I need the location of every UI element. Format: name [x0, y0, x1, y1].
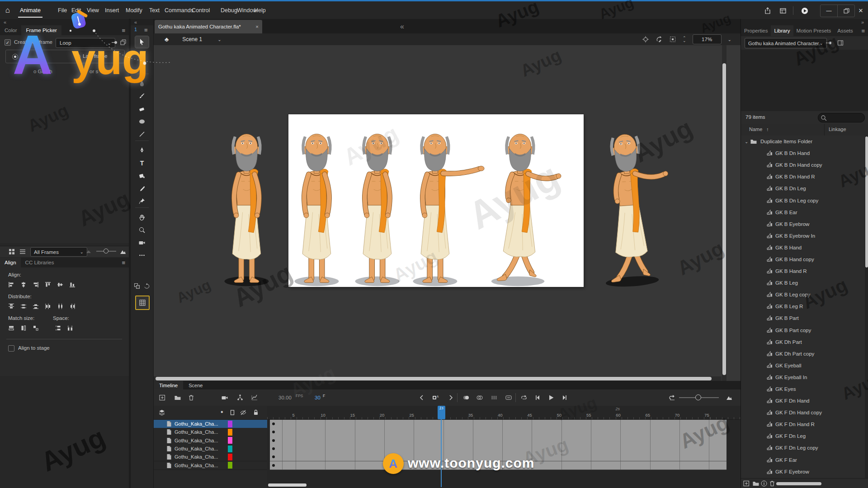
library-item[interactable]: GK B Dn Hand: [741, 147, 865, 159]
character-pose-5[interactable]: [486, 124, 572, 292]
tab-timeline[interactable]: Timeline: [154, 381, 183, 389]
collapse-left-icon[interactable]: «: [4, 19, 6, 25]
first-frame-radio[interactable]: [12, 54, 18, 60]
character-pose-6[interactable]: [600, 124, 686, 292]
test-movie-icon[interactable]: [800, 6, 809, 15]
tab-motion-presets[interactable]: Motion Presets: [793, 25, 835, 36]
camera-icon[interactable]: [220, 393, 230, 402]
library-item[interactable]: GK B Dn Hand R: [741, 171, 865, 183]
menu-modify[interactable]: Modify: [123, 1, 145, 19]
layer-frames-span[interactable]: [270, 428, 726, 436]
library-item[interactable]: GK F Dn Leg: [741, 430, 865, 442]
close-document-icon[interactable]: ×: [255, 24, 259, 29]
current-frame-value[interactable]: 30: [315, 395, 321, 400]
menu-control[interactable]: Control: [189, 1, 212, 19]
new-symbol-icon[interactable]: [743, 480, 750, 487]
align-left-icon[interactable]: [7, 281, 15, 288]
dist-center-h-icon[interactable]: [56, 303, 64, 310]
layer-frames-span[interactable]: [270, 420, 726, 428]
align-top-icon[interactable]: [44, 281, 52, 288]
rotation-icon[interactable]: [142, 280, 151, 292]
library-item[interactable]: GK Eyeball: [741, 360, 865, 371]
large-thumb-icon[interactable]: [119, 248, 127, 255]
library-item[interactable]: GK Eyeball In: [741, 371, 865, 383]
align-center-h-icon[interactable]: [19, 281, 28, 288]
tab-cc-libraries[interactable]: CC Libraries: [21, 258, 59, 267]
stage-zoom-value[interactable]: 17%: [693, 34, 722, 44]
dist-top-icon[interactable]: [7, 303, 15, 310]
align-center-v-icon[interactable]: [56, 281, 64, 288]
graph-editor-icon[interactable]: [250, 393, 259, 402]
dist-left-icon[interactable]: [44, 303, 52, 310]
library-item[interactable]: GK Dh Part: [741, 336, 865, 348]
library-item[interactable]: GK F Dn Hand copy: [741, 407, 865, 418]
library-item[interactable]: GK B Leg copy: [741, 289, 865, 300]
library-item[interactable]: GK B Leg R: [741, 300, 865, 312]
loop-playback-icon[interactable]: [519, 393, 529, 402]
more-tools-tool[interactable]: [135, 249, 149, 261]
paste-board-icon[interactable]: [135, 296, 150, 310]
clip-content-icon[interactable]: [669, 36, 676, 43]
library-item[interactable]: GK F Eyebrow: [741, 466, 865, 478]
library-item[interactable]: GK B Eyebrow: [741, 218, 865, 230]
zoom-chevron-icon[interactable]: ⌄: [728, 37, 731, 42]
hand-tool[interactable]: [135, 211, 149, 223]
tab-color[interactable]: Color: [0, 25, 21, 35]
step-back-icon[interactable]: [533, 393, 542, 402]
onion-outlines-icon[interactable]: [475, 393, 485, 402]
collapse-tools-icon[interactable]: «: [134, 19, 137, 25]
share-icon[interactable]: [763, 6, 772, 15]
brush-tool[interactable]: [135, 90, 149, 102]
workspace-icon[interactable]: [778, 6, 788, 15]
new-folder-icon[interactable]: [752, 480, 760, 487]
home-icon[interactable]: ⌂: [4, 6, 12, 14]
fluid-brush-tool[interactable]: [135, 78, 149, 89]
library-item[interactable]: GK B Dn Leg: [741, 183, 865, 194]
delete-item-icon[interactable]: [769, 480, 776, 487]
library-item[interactable]: GK F Dn Leg copy: [741, 442, 865, 454]
timeline-layer[interactable]: Gothu_Kaka_Cha...: [154, 445, 267, 453]
library-item[interactable]: GK Eyes: [741, 383, 865, 395]
zoom-tool[interactable]: [135, 224, 149, 236]
timeline-layer[interactable]: Gothu_Kaka_Cha...: [154, 420, 267, 428]
frames-h-scrollbar[interactable]: [268, 483, 307, 487]
rotation-tool-icon[interactable]: [656, 36, 663, 43]
pen-tool[interactable]: [135, 145, 149, 156]
menu-animate[interactable]: Animate: [17, 1, 43, 19]
new-folder-icon[interactable]: [173, 393, 183, 402]
library-item[interactable]: GK B Hand R: [741, 265, 865, 277]
dist-center-v-icon[interactable]: [19, 303, 28, 310]
item-properties-icon[interactable]: [760, 480, 768, 487]
space-vertical-icon[interactable]: [54, 324, 62, 332]
thumb-size-knob[interactable]: [104, 249, 108, 253]
character-pose-4[interactable]: [401, 124, 487, 292]
reset-timeline-zoom-icon[interactable]: [667, 393, 677, 402]
timeline-layer[interactable]: Gothu_Kaka_Cha...: [154, 453, 267, 461]
tab-align[interactable]: Align: [0, 258, 21, 267]
line-tool[interactable]: [135, 128, 149, 140]
parenting-icon[interactable]: [235, 393, 245, 402]
onion-skin-icon[interactable]: [461, 393, 471, 402]
timeline-zoom-knob[interactable]: [695, 394, 701, 400]
sort-arrow-icon[interactable]: ↑: [766, 127, 769, 132]
align-right-icon[interactable]: [32, 281, 40, 288]
layer-depth-icon[interactable]: [132, 280, 142, 292]
expand-right-icon[interactable]: »: [861, 19, 864, 25]
auto-keyframe-icon[interactable]: A: [430, 393, 440, 402]
library-item[interactable]: GK B Leg: [741, 277, 865, 289]
eyedropper-tool[interactable]: [135, 183, 149, 194]
column-linkage[interactable]: Linkage: [829, 127, 846, 132]
library-item[interactable]: GK F Ear: [741, 454, 865, 466]
show-all-dot-icon[interactable]: •: [221, 408, 223, 416]
library-item[interactable]: GK Dh Part copy: [741, 348, 865, 360]
library-item[interactable]: GK B Dn Hand copy: [741, 159, 865, 171]
space-horizontal-icon[interactable]: [66, 324, 74, 332]
insert-frame-icon[interactable]: [157, 393, 167, 402]
oval-tool[interactable]: [135, 116, 149, 127]
library-search-input[interactable]: [818, 113, 865, 122]
align-to-stage-checkbox[interactable]: [8, 345, 14, 352]
new-library-panel-icon[interactable]: [837, 39, 844, 47]
scene-chevron-icon[interactable]: ⌄: [217, 37, 221, 42]
scene-name[interactable]: Scene 1: [182, 36, 202, 42]
close-window-button[interactable]: ✕: [854, 5, 868, 16]
